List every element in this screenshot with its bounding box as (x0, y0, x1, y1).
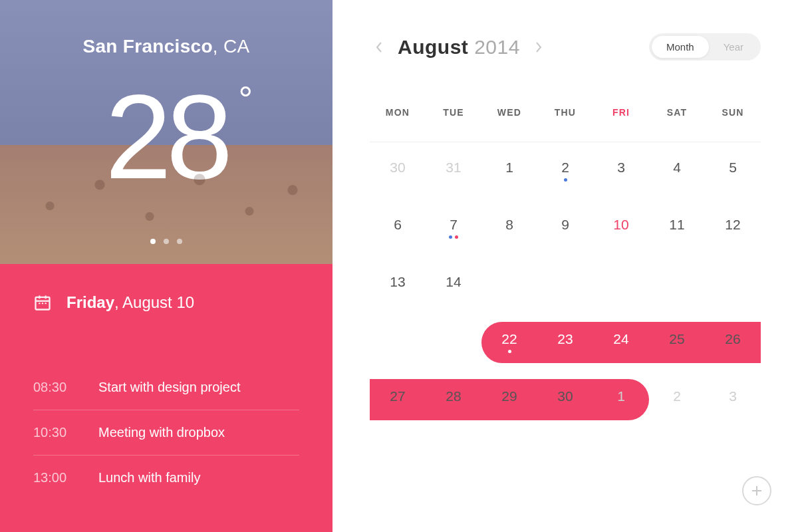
day-number: 29 (501, 389, 517, 403)
day-number: 11 (669, 217, 684, 231)
day-number: 9 (561, 217, 569, 231)
chevron-right-icon (535, 41, 543, 53)
location-label: San Francisco, CA (0, 0, 332, 57)
add-event-button[interactable] (742, 476, 771, 505)
calendar-day[interactable]: 18 (649, 257, 705, 314)
pager-dot[interactable] (177, 239, 182, 244)
calendar-day[interactable]: 7 (426, 200, 481, 257)
calendar-day[interactable]: 13 (370, 257, 426, 314)
calendar-day[interactable]: 15 (481, 257, 537, 314)
calendar-day[interactable]: 28 (426, 371, 481, 428)
city: San Francisco (83, 36, 213, 57)
view-toggle[interactable]: Month Year (649, 33, 761, 61)
event-dot (449, 235, 452, 239)
calendar-panel: August 2014 Month Year MONTUEWEDTHUFRISA… (332, 0, 798, 532)
calendar-day[interactable]: 29 (481, 371, 537, 428)
event-dot (564, 178, 567, 182)
day-number: 30 (557, 389, 573, 403)
temperature: 28° (0, 77, 332, 197)
calendar-grid-wrapper: MONTUEWEDTHUFRISATSUN 303112345678910111… (370, 107, 761, 428)
weather-hero[interactable]: San Francisco, CA 28° (0, 0, 332, 264)
calendar-day[interactable]: 30 (370, 142, 426, 200)
calendar-day[interactable]: 8 (481, 200, 537, 257)
calendar-day[interactable]: 22 (481, 314, 537, 371)
pager-dot[interactable] (150, 239, 156, 244)
day-number: 1 (617, 389, 625, 403)
calendar-day[interactable]: 16 (537, 257, 593, 314)
calendar-day[interactable]: 1 (593, 371, 649, 428)
day-number: 26 (725, 332, 740, 346)
day-number: 15 (501, 275, 517, 289)
calendar-day[interactable]: 26 (705, 314, 761, 371)
day-number: 8 (505, 217, 513, 231)
calendar-day[interactable]: 2 (649, 371, 705, 428)
month-title: August 2014 (398, 36, 520, 59)
agenda-day: Friday (66, 293, 114, 311)
calendar-day[interactable]: 30 (537, 371, 593, 428)
event-dots (564, 178, 567, 182)
calendar-day[interactable]: 20 (370, 314, 426, 371)
day-number: 2 (561, 160, 569, 174)
day-number: 20 (390, 332, 405, 346)
calendar-day[interactable]: 19 (705, 257, 761, 314)
calendar-day[interactable]: 9 (537, 200, 593, 257)
day-number: 30 (390, 160, 405, 174)
event-row[interactable]: 10:30Meeting with dropbox (33, 410, 299, 456)
weekday-label: SAT (649, 107, 705, 118)
day-number: 19 (725, 275, 740, 289)
calendar-day[interactable]: 24 (593, 314, 649, 371)
event-title: Meeting with dropbox (98, 425, 225, 440)
calendar-day[interactable]: 6 (370, 200, 426, 257)
prev-month-button[interactable] (370, 38, 388, 57)
agenda-panel: Friday, August 10 08:30Start with design… (0, 264, 332, 532)
calendar-day[interactable]: 17 (593, 257, 649, 314)
day-number: 14 (446, 275, 461, 289)
agenda-rest: , August 10 (114, 293, 194, 311)
day-number: 13 (390, 275, 405, 289)
weekday-label: TUE (426, 107, 481, 118)
day-number: 21 (446, 332, 461, 346)
degree-icon: ° (239, 81, 253, 117)
day-number: 7 (450, 217, 458, 231)
calendar-day[interactable]: 4 (649, 142, 705, 200)
view-toggle-year[interactable]: Year (709, 36, 758, 58)
calendar-day[interactable]: 1 (481, 142, 537, 200)
calendar-day[interactable]: 21 (426, 314, 481, 371)
weekday-label: MON (370, 107, 426, 118)
calendar-day[interactable]: 12 (705, 200, 761, 257)
calendar-day[interactable]: 31 (426, 142, 481, 200)
day-number: 3 (617, 160, 625, 174)
event-list: 08:30Start with design project10:30Meeti… (33, 365, 299, 500)
next-month-button[interactable] (529, 38, 548, 57)
calendar-day[interactable]: 10 (593, 200, 649, 257)
calendar-icon (33, 293, 52, 312)
day-number: 25 (669, 332, 684, 346)
calendar-day[interactable]: 3 (593, 142, 649, 200)
event-row[interactable]: 13:00Lunch with family (33, 456, 299, 500)
day-number: 24 (613, 332, 628, 346)
day-number: 31 (446, 160, 461, 174)
day-number: 27 (390, 389, 405, 403)
event-time: 10:30 (33, 425, 74, 440)
calendar-day[interactable]: 14 (426, 257, 481, 314)
calendar-day[interactable]: 2 (537, 142, 593, 200)
day-number: 28 (446, 389, 461, 403)
weekday-label: THU (537, 107, 593, 118)
event-time: 13:00 (33, 470, 74, 485)
agenda-date: Friday, August 10 (66, 293, 194, 312)
pager-dot[interactable] (164, 239, 169, 244)
hero-pager[interactable] (0, 235, 332, 247)
calendar-day[interactable]: 23 (537, 314, 593, 371)
calendar-day[interactable]: 27 (370, 371, 426, 428)
event-row[interactable]: 08:30Start with design project (33, 365, 299, 410)
calendar-header: August 2014 Month Year (370, 33, 761, 61)
temperature-value: 28 (105, 70, 227, 203)
day-number: 23 (557, 332, 573, 346)
calendar-day[interactable]: 25 (649, 314, 705, 371)
calendar-day[interactable]: 11 (649, 200, 705, 257)
calendar-day[interactable]: 3 (705, 371, 761, 428)
event-title: Start with design project (98, 380, 240, 395)
month-label: August (398, 36, 468, 58)
calendar-day[interactable]: 5 (705, 142, 761, 200)
view-toggle-month[interactable]: Month (652, 36, 709, 58)
